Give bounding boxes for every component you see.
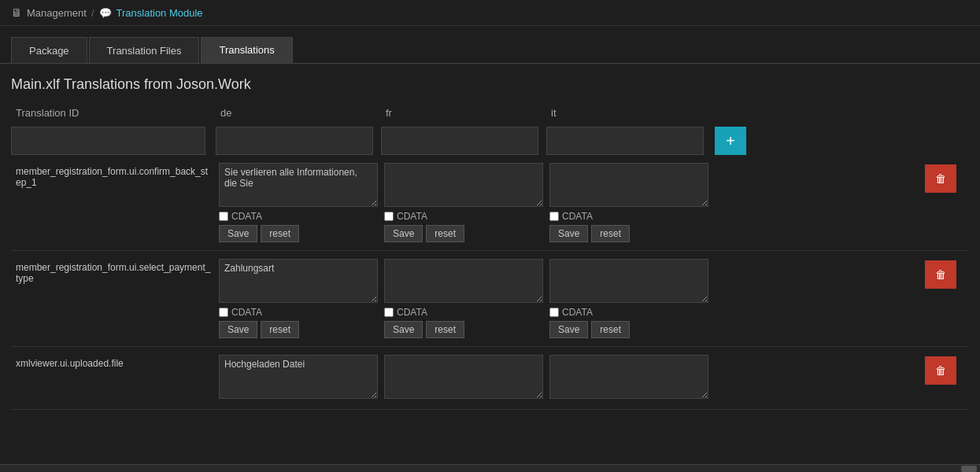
delete-button-1[interactable]: 🗑 — [925, 164, 956, 193]
field-it-1: CDATA Save reset — [546, 160, 712, 245]
save-de-1[interactable]: Save — [219, 225, 257, 242]
tabs-container: Package Translation Files Translations — [0, 26, 980, 64]
cdata-checkbox-fr-2[interactable] — [384, 308, 394, 317]
tab-translation-files[interactable]: Translation Files — [89, 37, 200, 63]
it-textarea-1[interactable] — [549, 163, 708, 207]
page-title: Main.xlf Translations from Joson.Work — [0, 64, 980, 101]
col-header-it: it — [546, 104, 712, 122]
save-de-2[interactable]: Save — [219, 321, 257, 338]
field-fr-1: CDATA Save reset — [381, 160, 546, 245]
new-id-input[interactable] — [11, 127, 205, 155]
field-it-2: CDATA Save reset — [546, 256, 712, 341]
entry-actions-1: 🗑 — [922, 160, 969, 245]
de-textarea-3[interactable]: Hochgeladen Datei — [219, 355, 378, 399]
delete-button-2[interactable]: 🗑 — [925, 260, 956, 289]
entry-id-2: member_registration_form.ui.select_payme… — [11, 256, 216, 341]
reset-it-1[interactable]: reset — [591, 225, 630, 242]
cdata-label-de-1: CDATA — [231, 211, 262, 222]
it-textarea-2[interactable] — [549, 259, 708, 303]
breadcrumb-management: Management — [27, 7, 87, 19]
table-row: xmlviewer.ui.uploaded.file Hochgeladen D… — [11, 352, 969, 410]
field-de-1: Sie verlieren alle Informationen, die Si… — [216, 160, 381, 245]
reset-fr-2[interactable]: reset — [426, 321, 464, 338]
cdata-row-de-1: CDATA — [219, 211, 378, 222]
cdata-label-de-2: CDATA — [231, 307, 262, 318]
fr-textarea-3[interactable] — [384, 355, 543, 399]
field-it-3 — [546, 352, 712, 404]
cdata-checkbox-de-2[interactable] — [219, 308, 228, 317]
entry-actions-2: 🗑 — [922, 256, 969, 341]
fr-textarea-1[interactable] — [384, 163, 543, 207]
breadcrumb-module-icon: 💬 — [99, 7, 112, 19]
scrollbar-thumb[interactable] — [961, 466, 977, 472]
action-btns-de-2: Save reset — [219, 321, 378, 338]
save-it-1[interactable]: Save — [549, 225, 588, 242]
new-fr-input[interactable] — [381, 127, 538, 155]
reset-de-1[interactable]: reset — [261, 225, 299, 242]
breadcrumb-module-link[interactable]: Translation Module — [116, 7, 203, 19]
tab-package[interactable]: Package — [11, 37, 87, 63]
table-row: member_registration_form.ui.select_payme… — [11, 256, 969, 347]
table-row: member_registration_form.ui.confirm_back… — [11, 160, 969, 251]
tab-translations[interactable]: Translations — [201, 37, 292, 63]
new-it-input[interactable] — [546, 127, 704, 155]
add-button[interactable]: + — [715, 127, 746, 155]
cdata-row-it-1: CDATA — [549, 211, 708, 222]
horizontal-scrollbar[interactable] — [0, 464, 980, 472]
entry-id-1: member_registration_form.ui.confirm_back… — [11, 160, 216, 245]
cdata-label-it-1: CDATA — [562, 211, 593, 222]
field-fr-3 — [381, 352, 546, 404]
reset-de-2[interactable]: reset — [261, 321, 299, 338]
new-de-input[interactable] — [216, 127, 373, 155]
col-header-de: de — [216, 104, 381, 122]
cdata-checkbox-fr-1[interactable] — [384, 212, 394, 221]
field-de-3: Hochgeladen Datei — [216, 352, 381, 404]
field-de-2: Zahlungsart CDATA Save reset — [216, 256, 381, 341]
cdata-row-fr-1: CDATA — [384, 211, 543, 222]
action-btns-fr-2: Save reset — [384, 321, 543, 338]
management-icon: 🖥 — [11, 6, 22, 19]
action-btns-it-2: Save reset — [549, 321, 708, 338]
new-translation-row: + — [11, 127, 969, 155]
entry-id-3: xmlviewer.ui.uploaded.file — [11, 352, 216, 404]
entry-fields-3: Hochgeladen Datei — [216, 352, 922, 404]
save-fr-1[interactable]: Save — [384, 225, 423, 242]
cdata-row-de-2: CDATA — [219, 307, 378, 318]
cdata-checkbox-it-2[interactable] — [549, 308, 559, 317]
de-textarea-1[interactable]: Sie verlieren alle Informationen, die Si… — [219, 163, 378, 207]
breadcrumb: 🖥 Management / 💬 Translation Module — [0, 0, 980, 26]
delete-button-3[interactable]: 🗑 — [925, 356, 956, 385]
main-content: Translation ID de fr it + member_registr… — [0, 101, 980, 426]
col-header-action — [712, 104, 759, 122]
action-btns-de-1: Save reset — [219, 225, 378, 242]
cdata-row-it-2: CDATA — [549, 307, 708, 318]
de-textarea-2[interactable]: Zahlungsart — [219, 259, 378, 303]
save-fr-2[interactable]: Save — [384, 321, 423, 338]
cdata-checkbox-it-1[interactable] — [549, 212, 559, 221]
cdata-label-it-2: CDATA — [562, 307, 593, 318]
action-btns-fr-1: Save reset — [384, 225, 543, 242]
col-header-fr: fr — [381, 104, 546, 122]
action-btns-it-1: Save reset — [549, 225, 708, 242]
entry-fields-1: Sie verlieren alle Informationen, die Si… — [216, 160, 922, 245]
entry-fields-2: Zahlungsart CDATA Save reset CDATA — [216, 256, 922, 341]
column-headers: Translation ID de fr it — [11, 101, 969, 125]
reset-it-2[interactable]: reset — [591, 321, 630, 338]
fr-textarea-2[interactable] — [384, 259, 543, 303]
field-fr-2: CDATA Save reset — [381, 256, 546, 341]
col-header-id: Translation ID — [11, 104, 216, 122]
cdata-checkbox-de-1[interactable] — [219, 212, 228, 221]
it-textarea-3[interactable] — [549, 355, 708, 399]
cdata-label-fr-1: CDATA — [397, 211, 427, 222]
cdata-row-fr-2: CDATA — [384, 307, 543, 318]
breadcrumb-separator: / — [91, 7, 94, 19]
save-it-2[interactable]: Save — [549, 321, 588, 338]
entry-actions-3: 🗑 — [922, 352, 969, 404]
reset-fr-1[interactable]: reset — [426, 225, 464, 242]
cdata-label-fr-2: CDATA — [397, 307, 427, 318]
